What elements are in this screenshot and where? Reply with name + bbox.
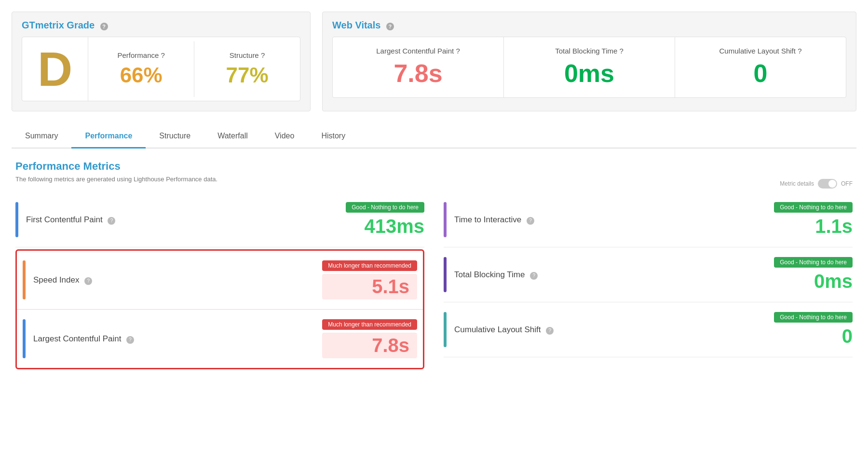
tbt-content: Total Blocking Time ? Good - Nothing to … [454,257,853,292]
metric-details-toggle: Metric details OFF [780,179,853,189]
tti-help-icon[interactable]: ? [527,217,534,225]
cls-label: Cumulative Layout Shift ? [685,47,836,55]
web-vitals-help-icon[interactable]: ? [386,23,394,30]
tab-waterfall[interactable]: Waterfall [204,125,261,149]
tbt-label-text: Total Blocking Time [555,47,617,55]
cls-metric-value: 0 [766,325,853,347]
cls-help-icon[interactable]: ? [798,47,801,55]
tbt-metric-name-text: Total Blocking Time [454,270,525,279]
fcp-badge-text: Good - Nothing to do here [346,202,424,213]
web-vitals-inner: Largest Contentful Paint ? 7.8s Total Bl… [332,37,846,98]
tbt-metric-row: Total Blocking Time ? Good - Nothing to … [444,247,853,302]
si-name: Speed Index ? [33,275,92,285]
si-value: 5.1s [322,274,417,299]
cls-value: 0 [685,59,836,88]
si-help-icon[interactable]: ? [84,277,92,285]
performance-metric: Performance ? 66% [88,41,194,97]
bad-metrics-group: Speed Index ? Much longer than recommend… [15,249,424,369]
grade-title: GTmetrix Grade ? [22,20,300,31]
lcp-value: 7.8s [342,59,494,88]
si-color-bar [23,260,26,299]
metrics-right-col: Time to Interactive ? Good - Nothing to … [444,192,853,371]
tbt-metric-name: Total Blocking Time ? [454,270,538,280]
tti-name-text: Time to Interactive [454,215,521,224]
cls-metric-row: Cumulative Layout Shift ? Good - Nothing… [444,302,853,357]
si-badge: Much longer than recommended [322,260,417,274]
performance-value: 66% [98,63,184,87]
fcp-metric-row: First Contentful Paint ? Good - Nothing … [15,192,424,247]
tbt-badge-text: Good - Nothing to do here [774,257,853,268]
tti-name: Time to Interactive ? [454,215,534,225]
tbt-metric-help-icon[interactable]: ? [530,272,538,280]
cls-content: Cumulative Layout Shift ? Good - Nothing… [454,312,853,347]
tti-metric-row: Time to Interactive ? Good - Nothing to … [444,192,853,247]
structure-help-icon[interactable]: ? [261,51,265,59]
tti-badge-text: Good - Nothing to do here [774,202,853,213]
tab-history[interactable]: History [308,125,359,149]
tab-video[interactable]: Video [261,125,308,149]
tbt-vital: Total Blocking Time ? 0ms [504,37,675,97]
perf-metrics-subtitle: The following metrics are generated usin… [15,176,853,183]
lcp-help-icon[interactable]: ? [456,47,460,55]
fcp-help-icon[interactable]: ? [108,217,115,225]
metrics-left-col: First Contentful Paint ? Good - Nothing … [15,192,424,371]
fcp-value-block: Good - Nothing to do here 413ms [338,202,424,237]
performance-help-icon[interactable]: ? [161,51,165,59]
lcp-metric-help-icon[interactable]: ? [126,336,134,344]
tbt-label: Total Blocking Time ? [514,47,665,55]
lcp-metric-value: 7.8s [322,333,417,358]
lcp-metric-value-block: Much longer than recommended 7.8s [322,319,417,358]
grade-metrics: Performance ? 66% Structure ? 77% [88,41,300,97]
metric-details-label: Metric details [780,180,814,187]
tbt-value: 0ms [766,271,853,292]
fcp-value: 413ms [338,216,424,237]
tab-performance[interactable]: Performance [71,125,146,149]
lcp-metric-name-text: Largest Contentful Paint [33,334,121,343]
grade-letter: D [22,37,88,101]
tbt-color-bar [444,257,447,292]
fcp-badge: Good - Nothing to do here [338,202,424,216]
si-content: Speed Index ? Much longer than recommend… [33,260,417,299]
tbt-value: 0ms [514,59,665,88]
structure-metric: Structure ? 77% [194,41,300,97]
structure-label-text: Structure [230,51,259,59]
toggle-off-label: OFF [841,180,853,187]
lcp-metric-row: Largest Contentful Paint ? Much longer t… [17,310,423,368]
tti-value: 1.1s [766,216,853,237]
tbt-badge: Good - Nothing to do here [766,257,853,271]
perf-metrics-title: Performance Metrics [15,160,853,173]
cls-metric-help-icon[interactable]: ? [546,327,554,335]
cls-value-block: Good - Nothing to do here 0 [766,312,853,347]
si-metric-row: Speed Index ? Much longer than recommend… [17,251,423,310]
tti-color-bar [444,202,447,237]
tab-summary[interactable]: Summary [12,125,71,149]
cls-vital: Cumulative Layout Shift ? 0 [675,37,846,97]
web-vitals-title: Web Vitals ? [332,20,846,31]
structure-label: Structure ? [204,51,290,59]
metrics-grid: First Contentful Paint ? Good - Nothing … [15,192,853,371]
si-badge-text: Much longer than recommended [322,260,417,271]
tab-structure[interactable]: Structure [146,125,204,149]
cls-color-bar [444,312,447,347]
lcp-label-text: Largest Contentful Paint [376,47,454,55]
top-section: GTmetrix Grade ? D Performance ? 66% Str… [12,12,856,111]
grade-title-text: GTmetrix Grade [22,20,95,30]
web-vitals-card: Web Vitals ? Largest Contentful Paint ? … [322,12,856,111]
fcp-name: First Contentful Paint ? [26,215,115,225]
lcp-content: Largest Contentful Paint ? Much longer t… [33,319,417,358]
tbt-value-block: Good - Nothing to do here 0ms [766,257,853,292]
metric-details-switch[interactable] [818,179,837,189]
fcp-content: First Contentful Paint ? Good - Nothing … [26,202,424,237]
lcp-vital: Largest Contentful Paint ? 7.8s [333,37,504,97]
perf-metrics-section: Performance Metrics The following metric… [12,160,856,371]
lcp-color-bar [23,319,26,358]
tbt-help-icon[interactable]: ? [620,47,624,55]
lcp-metric-name: Largest Contentful Paint ? [33,334,134,344]
cls-badge: Good - Nothing to do here [766,312,853,325]
tti-content: Time to Interactive ? Good - Nothing to … [454,202,853,237]
cls-badge-text: Good - Nothing to do here [774,312,853,323]
perf-header-row: The following metrics are generated usin… [15,176,853,192]
structure-value: 77% [204,63,290,87]
grade-help-icon[interactable]: ? [100,23,108,30]
lcp-metric-badge: Much longer than recommended [322,319,417,333]
